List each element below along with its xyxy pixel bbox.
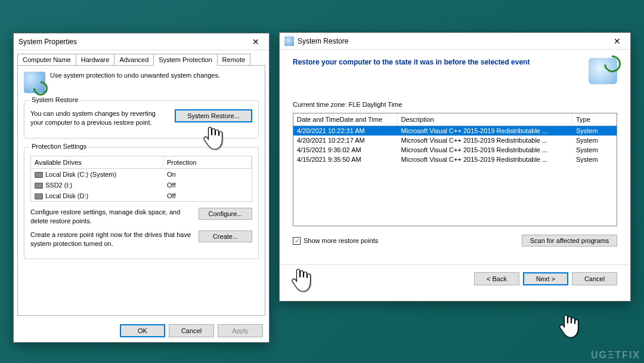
configure-button[interactable]: Configure...	[199, 208, 252, 220]
tabs-bar: Computer Name Hardware Advanced System P…	[14, 50, 269, 65]
col-date-time[interactable]: Date and TimeDate and Time	[293, 113, 398, 125]
window1-titlebar[interactable]: System Properties ✕	[14, 33, 269, 50]
group-protection-settings: Protection Settings Available Drives Pro…	[24, 147, 259, 260]
create-text: Create a restore point right now for the…	[30, 230, 193, 248]
tab-computer-name[interactable]: Computer Name	[17, 54, 76, 65]
window1-footer: OK Cancel Apply	[14, 319, 269, 342]
apply-button[interactable]: Apply	[218, 324, 263, 337]
drives-table: Available Drives Protection Local Disk (…	[30, 156, 252, 202]
tab-body: Use system protection to undo unwanted s…	[17, 65, 265, 316]
disk-icon	[35, 172, 43, 178]
drive-row[interactable]: SSD2 (I:)Off	[31, 180, 252, 190]
close-icon[interactable]: ✕	[244, 35, 268, 49]
restore-icon	[284, 36, 294, 46]
watermark: UGΞTFIX	[591, 350, 640, 361]
group-title-restore: System Restore	[29, 96, 80, 103]
cancel-button[interactable]: Cancel	[169, 324, 214, 337]
restore-text: You can undo system changes by reverting…	[30, 109, 169, 127]
window2-body: Restore your computer to the state it wa…	[280, 50, 630, 301]
scan-affected-button[interactable]: Scan for affected programs	[522, 235, 617, 247]
col-description[interactable]: Description	[398, 113, 572, 125]
system-protection-icon	[24, 72, 45, 93]
tab-system-protection[interactable]: System Protection	[153, 54, 217, 66]
disk-icon	[35, 193, 43, 199]
create-button[interactable]: Create...	[199, 230, 252, 242]
col-available-drives[interactable]: Available Drives	[31, 156, 163, 168]
next-button[interactable]: Next >	[523, 272, 568, 285]
tab-advanced[interactable]: Advanced	[114, 54, 154, 65]
window2-titlebar[interactable]: System Restore ✕	[280, 33, 630, 50]
restore-point-row[interactable]: 4/20/2021 10:22:31 AMMicrosoft Visual C+…	[293, 126, 617, 136]
back-button[interactable]: < Back	[474, 272, 519, 285]
cancel-button[interactable]: Cancel	[572, 272, 617, 285]
restore-point-row[interactable]: 4/15/2021 9:35:50 AMMicrosoft Visual C++…	[293, 155, 617, 164]
show-more-checkbox[interactable]: ✓ Show more restore points	[293, 237, 378, 245]
restore-points-table[interactable]: Date and TimeDate and Time Description T…	[293, 113, 617, 226]
window2-title: System Restore	[298, 37, 605, 45]
show-more-label: Show more restore points	[304, 237, 378, 244]
ok-button[interactable]: OK	[120, 324, 165, 337]
tab-remote[interactable]: Remote	[217, 54, 251, 65]
check-icon: ✓	[293, 237, 301, 245]
system-restore-button[interactable]: System Restore...	[175, 109, 252, 122]
tab-hardware[interactable]: Hardware	[76, 54, 115, 65]
disk-icon	[35, 183, 43, 189]
intro-text: Use system protection to undo unwanted s…	[50, 72, 220, 79]
timezone-label: Current time zone: FLE Daylight Time	[293, 101, 617, 108]
restore-heading: Restore your computer to the state it wa…	[293, 58, 583, 66]
window2-footer: < Back Next > Cancel	[280, 264, 630, 293]
col-type[interactable]: Type	[572, 113, 617, 125]
restore-big-icon	[589, 58, 617, 84]
group-system-restore: System Restore You can undo system chang…	[24, 100, 259, 139]
restore-point-row[interactable]: 4/20/2021 10:22:17 AMMicrosoft Visual C+…	[293, 136, 617, 145]
close-icon[interactable]: ✕	[605, 34, 629, 48]
configure-text: Configure restore settings, manage disk …	[30, 208, 193, 226]
group-title-protection: Protection Settings	[29, 143, 89, 150]
drive-row[interactable]: Local Disk (D:)Off	[31, 190, 252, 201]
window1-title: System Properties	[18, 38, 244, 46]
restore-point-row[interactable]: 4/15/2021 9:36:02 AMMicrosoft Visual C++…	[293, 145, 617, 155]
cursor-hand-icon	[559, 313, 579, 339]
drive-row[interactable]: Local Disk (C:) (System)On	[31, 169, 252, 180]
col-protection[interactable]: Protection	[163, 156, 252, 168]
